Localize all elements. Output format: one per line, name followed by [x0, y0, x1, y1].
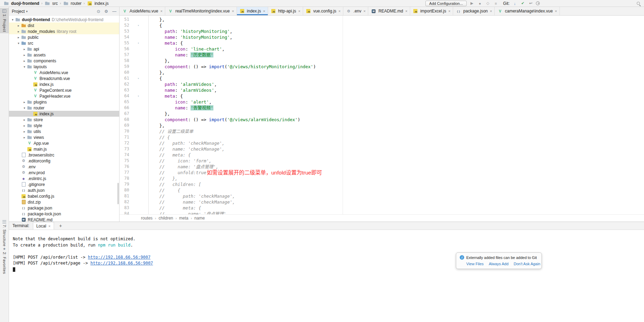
- editor-tab[interactable]: importExcel.js×: [410, 7, 453, 15]
- tree-row[interactable]: .env: [9, 164, 119, 170]
- code-line[interactable]: 73 // name: 'checkManage',: [120, 146, 644, 152]
- breadcrumb-item[interactable]: routes: [141, 216, 152, 221]
- code-line[interactable]: 81 // path: 'checkManage',: [120, 193, 644, 199]
- tree-row[interactable]: ▾layouts: [9, 64, 119, 70]
- settings-icon[interactable]: ⚙: [104, 9, 108, 14]
- code-line[interactable]: 61▾ {: [120, 75, 644, 81]
- close-icon[interactable]: ×: [555, 9, 557, 13]
- fold-marker-icon[interactable]: ▾: [129, 93, 148, 99]
- code-line[interactable]: 69 },: [120, 123, 644, 128]
- breadcrumb-item[interactable]: src: [44, 1, 59, 6]
- notification-action-link[interactable]: View Files: [466, 262, 484, 266]
- tree-row[interactable]: .gitignore: [9, 181, 119, 187]
- git-revert-icon[interactable]: ↩: [528, 1, 533, 6]
- editor-tab[interactable]: index.js×: [237, 7, 268, 15]
- tree-row[interactable]: .browserslistrc: [9, 152, 119, 158]
- editor-tab[interactable]: AsideMenu.vue×: [120, 7, 165, 15]
- git-update-icon[interactable]: ↓: [512, 1, 518, 6]
- tree-row[interactable]: PageHeader.vue: [9, 93, 119, 99]
- chevron-right-icon[interactable]: ▸: [22, 47, 27, 51]
- tree-row[interactable]: PageContent.vue: [9, 87, 119, 93]
- tree-row[interactable]: .env.prod: [9, 170, 119, 176]
- tree-row[interactable]: ▸dist: [9, 23, 119, 28]
- git-commit-icon[interactable]: ✔: [520, 1, 526, 6]
- terminal-cursor-line[interactable]: [13, 267, 644, 273]
- close-icon[interactable]: ×: [160, 9, 162, 13]
- chevron-right-icon[interactable]: ▸: [22, 59, 27, 63]
- tree-row[interactable]: App.vue: [9, 140, 119, 146]
- editor-tab[interactable]: vue.config.js×: [303, 7, 343, 15]
- project-view-selector[interactable]: Project ▾: [12, 9, 28, 14]
- stripe-tab-favorites[interactable]: ★ 2: Favorites: [0, 246, 9, 275]
- editor-tab[interactable]: http-api.js×: [268, 7, 303, 15]
- close-icon[interactable]: ×: [48, 224, 50, 228]
- chevron-right-icon[interactable]: ▸: [16, 24, 21, 27]
- code-line[interactable]: 62 path: 'alarmVideos',: [120, 81, 644, 87]
- tree-row[interactable]: ▸node_moduleslibrary root: [9, 28, 119, 34]
- project-scrollbar-thumb[interactable]: [117, 183, 119, 204]
- code-line[interactable]: 53 path: 'historyMonitoring',: [120, 28, 644, 34]
- tree-row[interactable]: ▸assets: [9, 52, 119, 58]
- close-icon[interactable]: ×: [263, 9, 265, 13]
- terminal-link[interactable]: http://192.168.66.56:9007: [90, 261, 153, 266]
- editor-tab[interactable]: cameraManage\index.vue×: [495, 7, 560, 15]
- chevron-right-icon[interactable]: ▸: [22, 130, 27, 133]
- notification-action-link[interactable]: Always Add: [489, 262, 509, 266]
- debug-icon[interactable]: ●: [477, 1, 483, 6]
- breadcrumb-item[interactable]: name: [194, 216, 205, 221]
- code-line[interactable]: 74 // meta: {: [120, 152, 644, 158]
- code-line[interactable]: 83 // meta: {: [120, 205, 644, 211]
- tree-row[interactable]: auth.json: [9, 187, 119, 193]
- code-line[interactable]: 84 // name: '盘点管理': [120, 211, 644, 214]
- tree-row[interactable]: ▸utils: [9, 128, 119, 134]
- terminal-output[interactable]: Note that the development build is not o…: [9, 230, 644, 322]
- fold-marker-icon[interactable]: ▾: [129, 23, 148, 28]
- code-line[interactable]: 76 // name: '盘点管理',: [120, 164, 644, 170]
- close-icon[interactable]: ×: [490, 9, 492, 13]
- tree-row[interactable]: ▸plugins: [9, 99, 119, 105]
- chevron-right-icon[interactable]: ▸: [16, 36, 21, 39]
- breadcrumb-item[interactable]: children: [159, 216, 173, 221]
- close-icon[interactable]: ×: [363, 9, 365, 13]
- close-icon[interactable]: ×: [232, 9, 234, 13]
- code-line[interactable]: 59 component: () => import('@/views/hist…: [120, 64, 644, 70]
- code-line[interactable]: 56 icon: 'line-chart',: [120, 46, 644, 52]
- code-line[interactable]: 58 },: [120, 58, 644, 64]
- chevron-right-icon[interactable]: ▸: [22, 53, 27, 57]
- tree-row[interactable]: README.md: [9, 217, 119, 222]
- editor-tab[interactable]: package.json×: [453, 7, 495, 15]
- tree-row[interactable]: babel.config.js: [9, 193, 119, 199]
- code-line[interactable]: 54 name: 'historyMonitoring',: [120, 34, 644, 40]
- code-line[interactable]: 72 // path: 'checkManage',: [120, 140, 644, 146]
- stripe-tab-structure[interactable]: 7: Structure: [0, 219, 9, 248]
- editor[interactable]: 51 },52▾ {53 path: 'historyMonitoring',5…: [120, 16, 644, 214]
- code-line[interactable]: 75 // icon: 'form',: [120, 158, 644, 164]
- hide-panel-icon[interactable]: —: [112, 9, 116, 14]
- code-line[interactable]: 79 // children: [: [120, 181, 644, 187]
- chevron-down-icon[interactable]: ▾: [22, 106, 27, 110]
- editor-tab[interactable]: realTimeMonitoring\index.vue×: [165, 7, 237, 15]
- breadcrumb-item[interactable]: duoji-frontend: [3, 1, 40, 6]
- tree-row[interactable]: ▸components: [9, 58, 119, 64]
- coverage-icon[interactable]: ◇: [485, 1, 491, 6]
- code-line[interactable]: 60 },: [120, 70, 644, 75]
- code-line[interactable]: 64▾ meta: {: [120, 93, 644, 99]
- code-line[interactable]: 66 name: '告警视频': [120, 105, 644, 111]
- code-line[interactable]: 55▾ meta: {: [120, 40, 644, 46]
- chevron-right-icon[interactable]: ▸: [22, 100, 27, 104]
- close-icon[interactable]: ×: [448, 9, 450, 13]
- add-configuration-button[interactable]: Add Configuration...: [425, 1, 467, 6]
- profiler-icon[interactable]: ≡: [493, 1, 499, 6]
- chevron-down-icon[interactable]: ▾: [16, 42, 21, 45]
- notification-action-link[interactable]: Don't Ask Again: [514, 262, 540, 266]
- code-line[interactable]: 51 },: [120, 17, 644, 23]
- chevron-down-icon[interactable]: ▾: [22, 65, 27, 69]
- code-line[interactable]: 78 // },: [120, 176, 644, 181]
- breadcrumb-item[interactable]: meta: [179, 216, 188, 221]
- tree-row[interactable]: package.json: [9, 205, 119, 211]
- tree-row[interactable]: index.js: [9, 81, 119, 87]
- tree-row[interactable]: main.js: [9, 146, 119, 152]
- editor-tab[interactable]: .env×: [343, 7, 368, 15]
- code-line[interactable]: 71 // {: [120, 134, 644, 140]
- tree-row[interactable]: ▸style: [9, 123, 119, 128]
